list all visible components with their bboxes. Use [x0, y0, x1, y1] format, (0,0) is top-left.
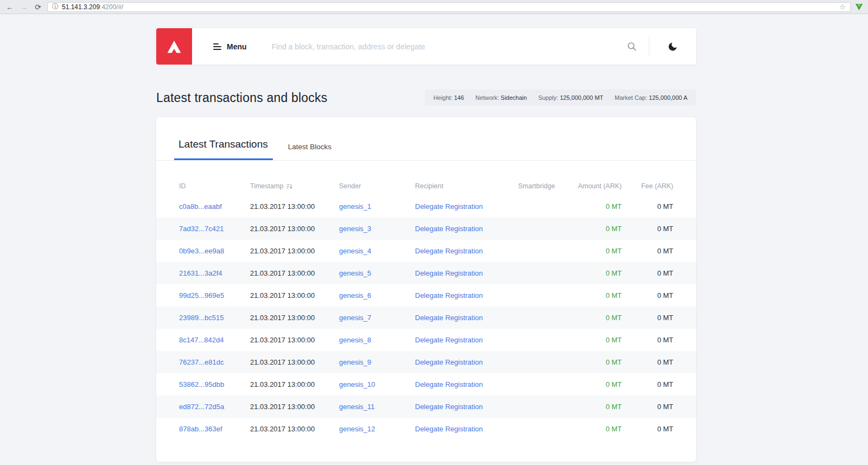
cell-amount: 0 MT: [567, 262, 622, 284]
browser-chrome: ← → ⟳ ⓘ 51.141.3.209:4200/#/ ☆: [0, 0, 868, 14]
sender-link[interactable]: genesis_11: [339, 403, 375, 411]
col-header-id: ID: [156, 161, 250, 195]
stat-item: Height: 146: [433, 94, 464, 101]
col-header-sender: Sender: [339, 161, 415, 195]
cell-id: 21631...3a2f4: [156, 262, 250, 284]
sender-link[interactable]: genesis_8: [339, 336, 371, 344]
transaction-id-link[interactable]: 0b9e3...ee9a8: [179, 247, 224, 255]
cell-fee: 0 MT: [622, 351, 696, 373]
transaction-id-link[interactable]: 99d25...969e5: [179, 291, 224, 300]
cell-fee: 0 MT: [622, 284, 696, 307]
transaction-id-link[interactable]: ed872...72d5a: [179, 403, 224, 411]
transaction-id-link[interactable]: c0a8b...eaabf: [179, 202, 222, 211]
transaction-id-link[interactable]: 7ad32...7c421: [179, 225, 224, 233]
back-icon[interactable]: ←: [5, 3, 15, 11]
cell-recipient: Delegate Registration: [415, 351, 518, 373]
page-info-icon[interactable]: ⓘ: [52, 2, 59, 11]
recipient-link[interactable]: Delegate Registration: [415, 380, 483, 388]
cell-timestamp: 21.03.2017 13:00:00: [250, 329, 339, 351]
transaction-id-link[interactable]: 76237...e81dc: [179, 358, 224, 366]
transactions-card: Latest Transactions Latest Blocks ID Tim…: [156, 117, 696, 462]
page-title: Latest transactions and blocks: [156, 91, 327, 105]
cell-sender: genesis_4: [339, 240, 415, 262]
cell-id: 76237...e81dc: [156, 351, 250, 373]
cell-amount: 0 MT: [567, 307, 622, 329]
cell-fee: 0 MT: [622, 218, 696, 240]
table-row: 23989...bc515 21.03.2017 13:00:00 genesi…: [156, 307, 696, 329]
browser-extension-icon[interactable]: [855, 3, 863, 11]
cell-fee: 0 MT: [622, 373, 696, 396]
cell-fee: 0 MT: [622, 396, 696, 418]
sender-link[interactable]: genesis_10: [339, 380, 375, 388]
cell-sender: genesis_11: [339, 396, 415, 418]
recipient-link[interactable]: Delegate Registration: [415, 314, 483, 322]
url-text: 51.141.3.209:4200/#/: [62, 3, 123, 11]
cell-amount: 0 MT: [567, 329, 622, 351]
table-row: 99d25...969e5 21.03.2017 13:00:00 genesi…: [156, 284, 696, 307]
hamburger-icon: [213, 43, 221, 50]
cell-smartbridge: [518, 240, 567, 262]
sender-link[interactable]: genesis_6: [339, 291, 371, 300]
recipient-link[interactable]: Delegate Registration: [415, 225, 483, 233]
sender-link[interactable]: genesis_12: [339, 425, 375, 433]
transaction-id-link[interactable]: 878ab...363ef: [179, 425, 222, 433]
cell-id: 878ab...363ef: [156, 418, 250, 440]
ark-logo[interactable]: [156, 28, 192, 65]
cell-timestamp: 21.03.2017 13:00:00: [250, 240, 339, 262]
table-row: 7ad32...7c421 21.03.2017 13:00:00 genesi…: [156, 218, 696, 240]
table-row: 878ab...363ef 21.03.2017 13:00:00 genesi…: [156, 418, 696, 440]
cell-id: 23989...bc515: [156, 307, 250, 329]
table-row: ed872...72d5a 21.03.2017 13:00:00 genesi…: [156, 396, 696, 418]
cell-amount: 0 MT: [567, 284, 622, 307]
cell-amount: 0 MT: [567, 373, 622, 396]
sender-link[interactable]: genesis_5: [339, 269, 371, 277]
cell-sender: genesis_9: [339, 351, 415, 373]
recipient-link[interactable]: Delegate Registration: [415, 247, 483, 255]
sender-link[interactable]: genesis_4: [339, 247, 371, 255]
address-bar[interactable]: ⓘ 51.141.3.209:4200/#/ ☆: [47, 2, 851, 12]
sort-icon[interactable]: [286, 183, 292, 189]
sender-link[interactable]: genesis_7: [339, 314, 371, 322]
cell-smartbridge: [518, 351, 567, 373]
cell-timestamp: 21.03.2017 13:00:00: [250, 351, 339, 373]
stat-item: Supply: 125,000,000 MT: [538, 94, 603, 101]
transaction-id-link[interactable]: 23989...bc515: [179, 314, 224, 322]
tab-latest-blocks[interactable]: Latest Blocks: [288, 143, 331, 160]
col-header-timestamp: Timestamp: [250, 161, 339, 195]
cell-id: 7ad32...7c421: [156, 218, 250, 240]
transaction-id-link[interactable]: 53862...95dbb: [179, 380, 224, 388]
sender-link[interactable]: genesis_1: [339, 202, 371, 211]
recipient-link[interactable]: Delegate Registration: [415, 269, 483, 277]
search-button[interactable]: [615, 41, 649, 52]
recipient-link[interactable]: Delegate Registration: [415, 291, 483, 300]
tab-latest-transactions[interactable]: Latest Transactions: [174, 138, 273, 160]
cell-smartbridge: [518, 329, 567, 351]
cell-sender: genesis_6: [339, 284, 415, 307]
table-row: 21631...3a2f4 21.03.2017 13:00:00 genesi…: [156, 262, 696, 284]
dark-mode-toggle[interactable]: [649, 41, 696, 52]
transaction-id-link[interactable]: 8c147...842d4: [179, 336, 224, 344]
search-input[interactable]: [272, 42, 615, 51]
stat-item: Market Cap: 125,000,000 A: [615, 94, 687, 101]
cell-id: 8c147...842d4: [156, 329, 250, 351]
bookmark-star-icon[interactable]: ☆: [839, 3, 846, 11]
transaction-id-link[interactable]: 21631...3a2f4: [179, 269, 222, 277]
cell-fee: 0 MT: [622, 262, 696, 284]
recipient-link[interactable]: Delegate Registration: [415, 358, 483, 366]
recipient-link[interactable]: Delegate Registration: [415, 425, 483, 433]
recipient-link[interactable]: Delegate Registration: [415, 403, 483, 411]
menu-button[interactable]: Menu: [213, 42, 247, 51]
reload-icon[interactable]: ⟳: [33, 3, 43, 11]
cell-amount: 0 MT: [567, 418, 622, 440]
recipient-link[interactable]: Delegate Registration: [415, 336, 483, 344]
cell-recipient: Delegate Registration: [415, 329, 518, 351]
cell-timestamp: 21.03.2017 13:00:00: [250, 218, 339, 240]
sender-link[interactable]: genesis_3: [339, 225, 371, 233]
sender-link[interactable]: genesis_9: [339, 358, 371, 366]
recipient-link[interactable]: Delegate Registration: [415, 202, 483, 211]
cell-timestamp: 21.03.2017 13:00:00: [250, 307, 339, 329]
cell-recipient: Delegate Registration: [415, 418, 518, 440]
forward-icon[interactable]: →: [19, 3, 29, 11]
cell-fee: 0 MT: [622, 307, 696, 329]
cell-recipient: Delegate Registration: [415, 284, 518, 307]
